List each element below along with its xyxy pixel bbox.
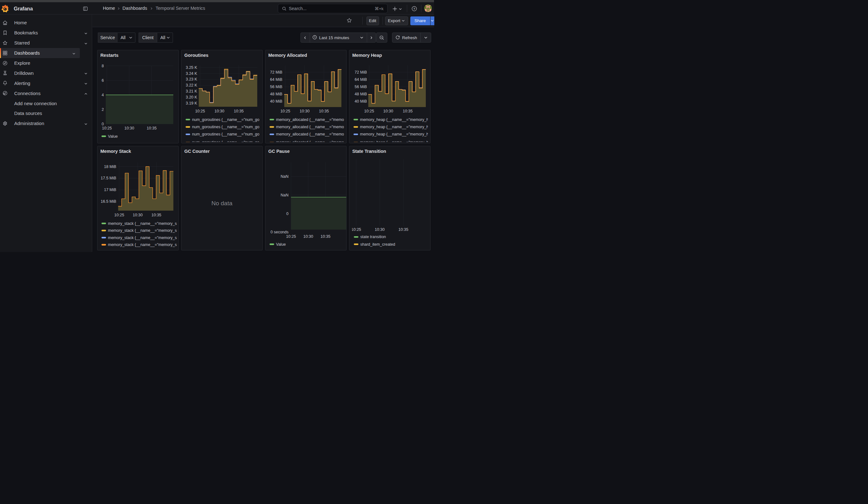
svg-text:0: 0 [102, 122, 104, 126]
svg-text:10:30: 10:30 [375, 227, 384, 232]
svg-text:memory_allocated {__name__="me: memory_allocated {__name__="memo [276, 140, 344, 143]
svg-text:memory_heap {__name__="memory_: memory_heap {__name__="memory_h [360, 125, 428, 129]
svg-text:40 MiB: 40 MiB [355, 99, 367, 104]
svg-text:0 seconds: 0 seconds [270, 230, 289, 234]
svg-text:72 MiB: 72 MiB [355, 70, 367, 74]
svg-text:72 MiB: 72 MiB [270, 70, 282, 74]
svg-text:64 MiB: 64 MiB [270, 78, 282, 82]
svg-text:10:35: 10:35 [321, 234, 330, 239]
svg-text:6: 6 [102, 78, 104, 83]
svg-text:16.5 MiB: 16.5 MiB [101, 199, 116, 204]
svg-text:num_goroutines {__name__="num_: num_goroutines {__name__="num_go [192, 132, 259, 136]
svg-text:10:30: 10:30 [300, 109, 309, 113]
svg-text:40 MiB: 40 MiB [270, 99, 282, 104]
svg-text:0: 0 [286, 211, 289, 216]
svg-text:18 MiB: 18 MiB [104, 164, 116, 169]
svg-text:10:30: 10:30 [133, 213, 143, 217]
svg-text:memory_stack {__name__="memory: memory_stack {__name__="memory_s [108, 221, 177, 225]
svg-text:3.24 K: 3.24 K [186, 71, 197, 76]
svg-text:64 MiB: 64 MiB [355, 78, 367, 82]
svg-text:3.25 K: 3.25 K [186, 65, 197, 70]
svg-text:10:25: 10:25 [351, 227, 361, 232]
svg-text:8: 8 [102, 64, 104, 68]
svg-text:56 MiB: 56 MiB [270, 85, 282, 89]
svg-text:10:35: 10:35 [152, 213, 161, 217]
svg-text:2: 2 [102, 107, 104, 112]
svg-text:17 MiB: 17 MiB [104, 187, 116, 192]
svg-text:shard_item_created: shard_item_created [360, 242, 395, 246]
svg-text:?: ? [413, 7, 415, 10]
svg-text:memory_allocated {__name__="me: memory_allocated {__name__="memo [276, 117, 344, 122]
svg-text:Value: Value [108, 134, 118, 138]
svg-text:17.5 MiB: 17.5 MiB [101, 176, 116, 180]
svg-text:3.22 K: 3.22 K [186, 83, 197, 88]
svg-text:56 MiB: 56 MiB [355, 85, 367, 89]
svg-text:memory_allocated {__name__="me: memory_allocated {__name__="memo [276, 132, 344, 136]
svg-text:48 MiB: 48 MiB [355, 92, 367, 96]
svg-text:memory_allocated {__name__="me: memory_allocated {__name__="memo [276, 125, 344, 129]
svg-text:10:25: 10:25 [286, 234, 296, 239]
svg-text:10:35: 10:35 [319, 109, 329, 113]
svg-text:10:25: 10:25 [280, 109, 290, 113]
svg-text:10:35: 10:35 [403, 109, 413, 113]
svg-text:10:25: 10:25 [102, 126, 112, 131]
svg-text:3.23 K: 3.23 K [186, 77, 197, 81]
svg-text:10:25: 10:25 [195, 109, 205, 113]
svg-text:10:30: 10:30 [214, 109, 224, 113]
svg-text:10:35: 10:35 [147, 126, 157, 131]
svg-text:10:35: 10:35 [234, 109, 244, 113]
svg-text:10:30: 10:30 [124, 126, 134, 131]
svg-text:memory_stack {__name__="memory: memory_stack {__name__="memory_s [108, 243, 177, 247]
svg-text:num_goroutines {__name__="num_: num_goroutines {__name__="num_go [192, 140, 259, 143]
svg-text:4: 4 [102, 93, 104, 97]
svg-text:NaN: NaN [281, 193, 289, 197]
svg-text:10:30: 10:30 [383, 109, 393, 113]
svg-text:Value: Value [276, 242, 286, 246]
svg-text:3.21 K: 3.21 K [186, 89, 197, 93]
svg-text:3.20 K: 3.20 K [186, 95, 197, 100]
svg-text:10:25: 10:25 [364, 109, 374, 113]
svg-text:10:35: 10:35 [398, 227, 408, 232]
svg-text:num_goroutines {__name__="num_: num_goroutines {__name__="num_go [192, 125, 259, 129]
svg-text:num_goroutines {__name__="num_: num_goroutines {__name__="num_go [192, 117, 259, 122]
svg-text:10:30: 10:30 [303, 234, 313, 239]
svg-text:memory_heap {__name__="memory_: memory_heap {__name__="memory_h [360, 132, 428, 136]
svg-text:NaN: NaN [281, 174, 289, 178]
svg-text:memory_heap {__name__="memory_: memory_heap {__name__="memory_h [360, 117, 428, 122]
svg-text:memory_stack {__name__="memory: memory_stack {__name__="memory_s [108, 235, 177, 240]
svg-text:3.19 K: 3.19 K [186, 101, 197, 105]
svg-text:memory_heap {__name__="memory_: memory_heap {__name__="memory_h [360, 140, 428, 143]
svg-text:48 MiB: 48 MiB [270, 92, 282, 96]
svg-text:10:25: 10:25 [114, 213, 124, 217]
svg-text:memory_stack {__name__="memory: memory_stack {__name__="memory_s [108, 228, 177, 233]
svg-text:state transition: state transition [360, 235, 386, 239]
